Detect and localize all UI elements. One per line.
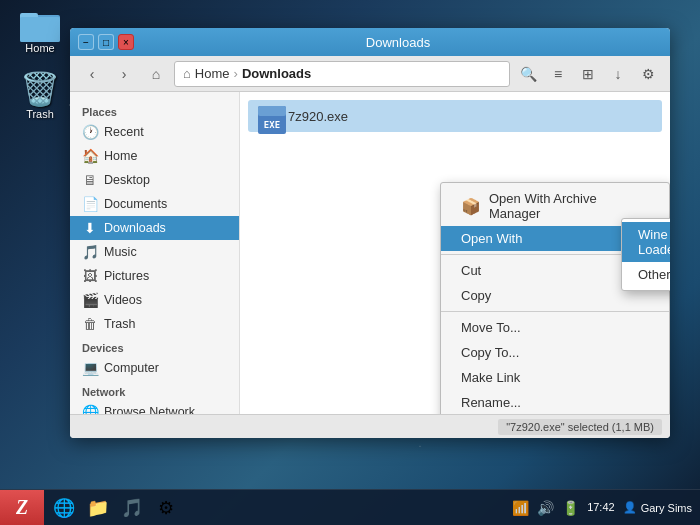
context-menu-move-to[interactable]: Move To... [441, 315, 669, 340]
downloads-icon: ⬇ [82, 220, 98, 236]
context-make-link-label: Make Link [461, 370, 520, 385]
sidebar-item-videos[interactable]: 🎬 Videos [70, 288, 239, 312]
context-menu-copy-to[interactable]: Copy To... [441, 340, 669, 365]
taskbar-app-files[interactable]: 📁 [82, 492, 114, 524]
window-title: Downloads [134, 35, 662, 50]
sidebar-item-recent[interactable]: 🕐 Recent [70, 120, 239, 144]
taskbar-right: 📶 🔊 🔋 17:42 👤 Gary Sims [504, 500, 700, 516]
desktop-icon-sidebar: 🖥 [82, 172, 98, 188]
time-display: 17:42 [587, 500, 615, 514]
context-menu: 📦 Open With Archive Manager Open With ▶ … [440, 182, 670, 414]
sidebar-item-home[interactable]: 🏠 Home [70, 144, 239, 168]
sidebar-item-pictures-label: Pictures [104, 269, 149, 283]
sidebar-item-browse-network-label: Browse Network [104, 405, 195, 414]
back-icon: ‹ [90, 66, 95, 82]
list-view-icon: ≡ [554, 66, 562, 82]
grid-view-button[interactable]: ⊞ [574, 60, 602, 88]
sidebar-item-home-label: Home [104, 149, 137, 163]
forward-icon: › [122, 66, 127, 82]
context-rename-label: Rename... [461, 395, 521, 410]
sound-taskbar-icon: 🔊 [537, 500, 554, 516]
context-open-with-label: Open With [461, 231, 522, 246]
context-move-to-label: Move To... [461, 320, 521, 335]
taskbar-apps: 🌐 📁 🎵 ⚙ [44, 492, 504, 524]
breadcrumb: ⌂ Home › Downloads [174, 61, 510, 87]
videos-icon: 🎬 [82, 292, 98, 308]
home-icon: ⌂ [152, 66, 160, 82]
taskbar-app-browser[interactable]: 🌐 [48, 492, 80, 524]
desktop-icon-trash-label: Trash [26, 108, 54, 120]
sidebar-item-computer[interactable]: 💻 Computer [70, 356, 239, 380]
sidebar-devices-title: Devices [70, 336, 239, 356]
network-icon: 🌐 [82, 404, 98, 414]
submenu-other-app[interactable]: Other Application... [622, 262, 670, 287]
breadcrumb-current[interactable]: Downloads [242, 66, 311, 81]
settings-icon: ⚙ [158, 497, 174, 519]
sidebar-item-documents-label: Documents [104, 197, 167, 211]
svg-text:EXE: EXE [264, 120, 280, 130]
sidebar-item-desktop-label: Desktop [104, 173, 150, 187]
file-name-7z920: 7z920.exe [288, 109, 348, 124]
context-copy-to-label: Copy To... [461, 345, 519, 360]
home-sidebar-icon: 🏠 [82, 148, 98, 164]
taskbar-launcher[interactable]: Z [0, 490, 44, 526]
sidebar-item-pictures[interactable]: 🖼 Pictures [70, 264, 239, 288]
sidebar-item-videos-label: Videos [104, 293, 142, 307]
titlebar: − □ × Downloads [70, 28, 670, 56]
toolbar-right: 🔍 ≡ ⊞ ↓ ⚙ [514, 60, 662, 88]
sidebar-item-downloads-label: Downloads [104, 221, 166, 235]
home-button[interactable]: ⌂ [142, 60, 170, 88]
list-view-button[interactable]: ≡ [544, 60, 572, 88]
sidebar-item-desktop[interactable]: 🖥 Desktop [70, 168, 239, 192]
desktop-icon-trash[interactable]: 🗑️ Trash [8, 70, 72, 120]
taskbar: Z 🌐 📁 🎵 ⚙ 📶 🔊 🔋 17:42 👤 [0, 489, 700, 525]
maximize-button[interactable]: □ [98, 34, 114, 50]
sidebar-item-computer-label: Computer [104, 361, 159, 375]
sidebar-item-browse-network[interactable]: 🌐 Browse Network [70, 400, 239, 414]
main-content: Places 🕐 Recent 🏠 Home 🖥 Desktop 📄 Docum… [70, 92, 670, 414]
sidebar-item-music-label: Music [104, 245, 137, 259]
submenu-wine-loader[interactable]: Wine Windows Program Loader [622, 222, 670, 262]
sidebar: Places 🕐 Recent 🏠 Home 🖥 Desktop 📄 Docum… [70, 92, 240, 414]
sidebar-item-trash[interactable]: 🗑 Trash [70, 312, 239, 336]
search-button[interactable]: 🔍 [514, 60, 542, 88]
sidebar-item-documents[interactable]: 📄 Documents [70, 192, 239, 216]
taskbar-user[interactable]: 👤 Gary Sims [623, 501, 692, 514]
sidebar-item-music[interactable]: 🎵 Music [70, 240, 239, 264]
statusbar-text: "7z920.exe" selected (1,1 MB) [498, 419, 662, 435]
context-cut-label: Cut [461, 263, 481, 278]
settings-button[interactable]: ⚙ [634, 60, 662, 88]
context-menu-rename[interactable]: Rename... [441, 390, 669, 414]
taskbar-app-music[interactable]: 🎵 [116, 492, 148, 524]
file-area[interactable]: EXE 7z920.exe 📦 Open With Archive Manage… [240, 92, 670, 414]
desktop-icon-home-label: Home [25, 42, 54, 54]
music-icon: 🎵 [82, 244, 98, 260]
network-taskbar-icon: 📶 [512, 500, 529, 516]
context-menu-make-link[interactable]: Make Link [441, 365, 669, 390]
taskbar-app-settings[interactable]: ⚙ [150, 492, 182, 524]
download-icon: ↓ [615, 66, 622, 82]
context-open-archive-label: Open With Archive Manager [489, 191, 649, 221]
context-copy-label: Copy [461, 288, 491, 303]
minimize-button[interactable]: − [78, 34, 94, 50]
documents-icon: 📄 [82, 196, 98, 212]
submenu-wine-label: Wine Windows Program Loader [638, 227, 670, 257]
file-item-7z920[interactable]: EXE 7z920.exe [248, 100, 662, 132]
forward-button[interactable]: › [110, 60, 138, 88]
close-button[interactable]: × [118, 34, 134, 50]
sidebar-item-downloads[interactable]: ⬇ Downloads [70, 216, 239, 240]
user-icon: 👤 [623, 501, 637, 514]
submenu-other-app-label: Other Application... [638, 267, 670, 282]
music-taskbar-icon: 🎵 [121, 497, 143, 519]
gear-icon: ⚙ [642, 66, 655, 82]
desktop: Home 🗑️ Trash − □ × Downloads ‹ › ⌂ [0, 0, 700, 525]
back-button[interactable]: ‹ [78, 60, 106, 88]
file-manager-window: − □ × Downloads ‹ › ⌂ ⌂ Home › Downloads [70, 28, 670, 438]
desktop-icon-home[interactable]: Home [8, 8, 72, 54]
search-icon: 🔍 [520, 66, 537, 82]
breadcrumb-home[interactable]: Home [195, 66, 230, 81]
breadcrumb-home-icon: ⌂ [183, 66, 191, 81]
sidebar-item-trash-label: Trash [104, 317, 136, 331]
download-button[interactable]: ↓ [604, 60, 632, 88]
battery-taskbar-icon: 🔋 [562, 500, 579, 516]
